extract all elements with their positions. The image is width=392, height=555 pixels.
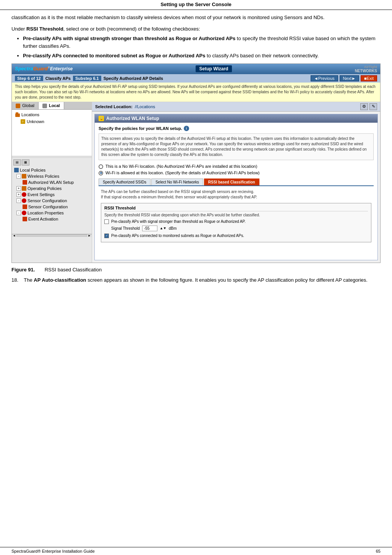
svg-rect-0 [15, 114, 20, 117]
svg-rect-1 [16, 112, 18, 114]
footer-brand: SpectraGuard® Enterprise Installation Gu… [11, 549, 95, 553]
wlan-intro: Specify the policies for your WLAN setup… [99, 126, 374, 131]
divider [12, 156, 92, 157]
info-icon: i [184, 126, 189, 131]
left-scroll: ◄ ► [12, 234, 92, 237]
left-bottom-toolbar: ▤ ▦ [13, 159, 90, 166]
step-18: 18. The AP Auto-classification screen ap… [11, 276, 381, 284]
location-settings-button[interactable]: ⚙ [360, 103, 368, 110]
substep-label: Substep 6.1 [73, 76, 101, 81]
radio-option-2[interactable]: Wi-Fi is allowed at this location. (Spec… [99, 170, 374, 175]
local-policies-item[interactable]: Local Policies [13, 167, 90, 173]
bullet-item-2: Pre-classify APs connected to monitored … [23, 52, 381, 60]
wlan-panel: 🔒 Authorized WLAN Setup Specify the poli… [94, 114, 378, 260]
signal-stepper[interactable]: ▲▼ [160, 226, 167, 230]
radio-dot-1[interactable] [99, 164, 103, 169]
location-properties-item[interactable]: - Location Properties [13, 210, 90, 216]
event-activation-item[interactable]: Event Activation [13, 216, 90, 222]
tree-locations[interactable]: Locations [13, 111, 90, 118]
tab-strip: Specify Authorized SSIDs Select No Wi-Fi… [99, 179, 374, 186]
footer-page: 65 [376, 549, 381, 553]
location-path: //Locations [135, 104, 155, 109]
scroll-left-arrow[interactable]: ◄ [13, 234, 16, 237]
rssi-threshold-title: RSSI Threshold [104, 206, 368, 211]
bullet-item-1: Pre-classify APs with signal strength st… [23, 35, 381, 50]
page-footer: SpectraGuard® Enterprise Installation Gu… [0, 547, 392, 555]
rssi-intro: The APs can be further classified based … [101, 189, 371, 200]
figure-caption: Figure 91. RSSI based Classification [11, 267, 381, 273]
wireless-policies-item[interactable]: - Wireless Policies [13, 173, 90, 179]
next-button[interactable]: Next► [340, 75, 360, 81]
signal-row: Signal Threshold ▲▼ dBm [111, 226, 368, 231]
exit-button[interactable]: ■Exit [361, 75, 377, 81]
event-settings-expand[interactable]: + [16, 192, 21, 197]
wlan-title-bar: 🔒 Authorized WLAN Setup [95, 114, 377, 123]
location-properties-expand[interactable]: - [16, 211, 21, 215]
rssi-content: The APs can be further classified based … [99, 186, 374, 248]
lock-icon: 🔒 [99, 116, 104, 121]
policies-tree: Local Policies - Wireless Policies Autho… [13, 167, 90, 222]
signal-threshold-input[interactable] [142, 226, 157, 231]
rssi-desc: Specify the threshold RSSI value dependi… [104, 213, 368, 217]
unknown-icon: ? [20, 119, 26, 124]
tab-bar: Global Local [12, 102, 92, 110]
sensor-config-parent-item[interactable]: - Sensor Configuration [13, 198, 90, 204]
left-panel: Global Local Locations [12, 102, 92, 263]
location-bar: Selected Location: //Locations ⚙ ✎ [92, 102, 380, 112]
authorized-wlan-item[interactable]: Authorized WLAN Setup [13, 179, 90, 185]
substep-name: Specify Authorized AP Details [104, 76, 163, 81]
nav-buttons: ◄Previous Next► ■Exit [311, 75, 377, 81]
radio-dot-2[interactable] [99, 171, 103, 175]
toolbar-btn-2[interactable]: ▦ [22, 159, 29, 166]
right-panel: Selected Location: //Locations ⚙ ✎ 🔒 Aut… [92, 102, 380, 263]
svg-text:?: ? [22, 120, 24, 123]
tree-unknown[interactable]: ? Unknown [13, 118, 90, 125]
checkbox-row-1[interactable]: Pre-classify APs with signal stronger th… [104, 219, 368, 224]
tab-local[interactable]: Local [39, 102, 64, 109]
selected-location-label: Selected Location: [95, 104, 133, 109]
wizard-title: Setup Wizard [196, 65, 232, 72]
location-icons: ⚙ ✎ [360, 103, 377, 110]
step-label: Step 6 of 12 [15, 76, 43, 81]
screenshot: SpectraGuard®Enterprise Setup Wizard Air… [11, 63, 381, 263]
event-settings-item[interactable]: + Event Settings [13, 191, 90, 198]
rssi-threshold-box: RSSI Threshold Specify the threshold RSS… [101, 203, 371, 242]
radio-option-1[interactable]: This is a No Wi-Fi location. (No Authori… [99, 164, 374, 169]
bullet-list: Pre-classify APs with signal strength st… [23, 35, 381, 60]
sensor-config-child-item[interactable]: Sensor Configuration [13, 204, 90, 210]
app-brand: SpectraGuard®Enterprise [15, 66, 73, 71]
sensor-config-expand[interactable]: - [16, 198, 21, 203]
operating-policies-item[interactable]: + Operating Policies [13, 185, 90, 191]
tab-rssi[interactable]: RSSI based Classification [204, 179, 259, 185]
intro-para1: classification as it is the most reliabl… [11, 14, 381, 21]
scroll-right-arrow[interactable]: ► [88, 234, 91, 237]
page-header: Setting up the Server Console [0, 0, 392, 10]
wlan-description: This screen allows you to specify the de… [99, 133, 374, 160]
location-edit-button[interactable]: ✎ [369, 103, 377, 110]
tab-no-wifi[interactable]: Select No Wi-Fi Networks [151, 179, 203, 185]
wireless-policies-expand[interactable]: - [16, 174, 21, 179]
checkbox-1[interactable] [104, 219, 109, 224]
intro-para2: Under RSSI Threshold, select one or both… [11, 25, 381, 33]
figure-label: Figure 91. [11, 267, 35, 273]
left-bottom: ▤ ▦ Local Policies - Wireless Policies [12, 157, 92, 234]
toolbar-btn-1[interactable]: ▤ [13, 159, 21, 166]
checkbox-row-2[interactable]: Pre-classify APs connected to monitored … [104, 234, 368, 238]
tab-global[interactable]: Global [12, 102, 39, 109]
checkbox-2[interactable] [104, 234, 109, 238]
app-title-bar: SpectraGuard®Enterprise Setup Wizard Air… [12, 64, 380, 74]
previous-button[interactable]: ◄Previous [311, 75, 338, 81]
step-name: Classify APs [45, 76, 71, 81]
airtight-logo: AirTight NETWORKS [355, 65, 377, 73]
locations-icon [15, 112, 20, 117]
info-bar: This step helps you specify the details … [12, 83, 380, 102]
ui-main: Global Local Locations [12, 102, 380, 263]
wlan-content: Specify the policies for your WLAN setup… [95, 123, 377, 252]
tab-specify-ssids[interactable]: Specify Authorized SSIDs [99, 179, 151, 185]
step-bar: Step 6 of 12 Classify APs Substep 6.1 Sp… [12, 74, 380, 83]
operating-policies-expand[interactable]: + [16, 186, 21, 191]
tree-area: Locations ? Unknown [12, 110, 92, 156]
